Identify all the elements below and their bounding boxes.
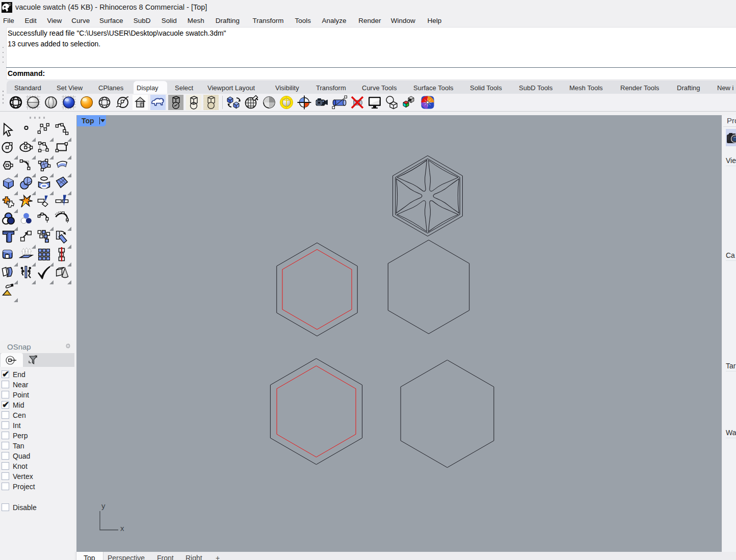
svg-text:y: y: [101, 501, 106, 510]
svg-text:x: x: [120, 524, 124, 532]
